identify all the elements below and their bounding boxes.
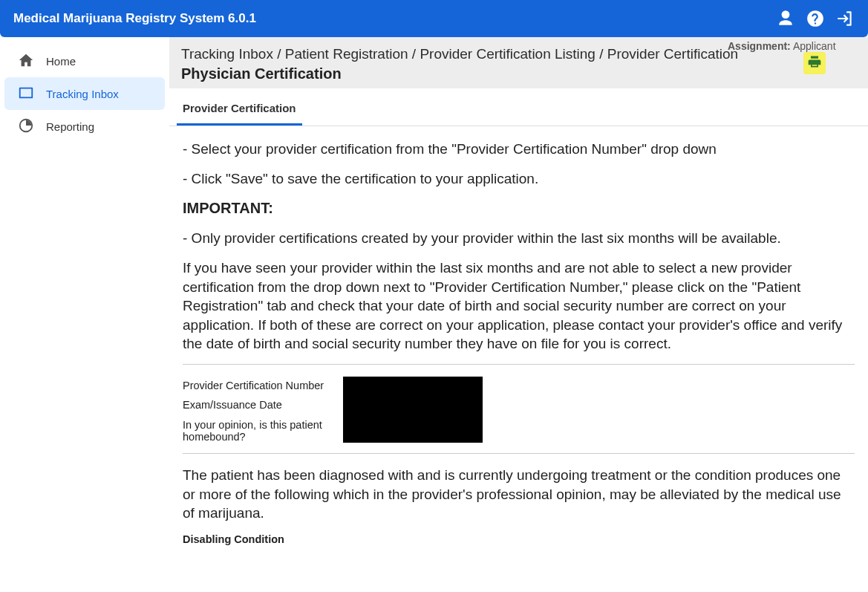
instruction-paragraph: If you have seen your provider within th… [183, 258, 855, 354]
sidebar-item-tracking-inbox[interactable]: Tracking Inbox [4, 77, 165, 110]
tab-provider-certification[interactable]: Provider Certification [177, 93, 302, 126]
disabling-condition-label: Disabling Condition [183, 533, 855, 545]
topbar-actions [776, 9, 855, 28]
assignment-key: Assignment: [728, 40, 791, 52]
diagnosis-text: The patient has been diagnosed with and … [183, 466, 855, 523]
sidebar: Home Tracking Inbox Reporting [0, 37, 169, 592]
instruction-line: - Only provider certifications created b… [183, 229, 855, 248]
reporting-icon [18, 117, 34, 136]
field-label-pcn: Provider Certification Number [183, 377, 343, 391]
home-icon [18, 52, 34, 71]
assignment-label: Assignment: Applicant [728, 40, 836, 52]
redacted-block [343, 377, 483, 443]
main-content: Tracking Inbox / Patient Registration / … [169, 37, 868, 592]
print-button[interactable] [803, 52, 826, 74]
help-icon[interactable] [806, 9, 825, 28]
instruction-line: - Click "Save" to save the certification… [183, 169, 855, 189]
sidebar-item-label: Home [46, 55, 76, 68]
divider [183, 364, 855, 365]
important-heading: IMPORTANT: [183, 198, 855, 218]
sidebar-item-label: Tracking Inbox [46, 88, 119, 100]
field-table: Provider Certification Number Exam/Issua… [183, 377, 855, 443]
content-body: - Select your provider certification fro… [169, 126, 868, 567]
field-label-exam: Exam/Issuance Date [183, 396, 343, 411]
field-label-homebound: In your opinion, is this patient homebou… [183, 416, 343, 443]
logout-icon[interactable] [835, 9, 855, 28]
sidebar-item-home[interactable]: Home [4, 45, 165, 77]
sidebar-item-label: Reporting [46, 120, 94, 133]
topbar: Medical Marijuana Registry System 6.0.1 [0, 0, 868, 37]
divider [183, 453, 855, 454]
account-icon[interactable] [776, 9, 795, 28]
app-title: Medical Marijuana Registry System 6.0.1 [13, 11, 256, 26]
inbox-icon [18, 85, 34, 103]
page-header: Tracking Inbox / Patient Registration / … [169, 37, 868, 88]
page-title: Physician Certification [181, 65, 856, 82]
print-icon [807, 54, 822, 72]
instruction-line: - Select your provider certification fro… [183, 140, 855, 159]
tabs: Provider Certification [169, 93, 868, 126]
assignment-value: Applicant [793, 40, 836, 52]
sidebar-item-reporting[interactable]: Reporting [4, 110, 165, 143]
